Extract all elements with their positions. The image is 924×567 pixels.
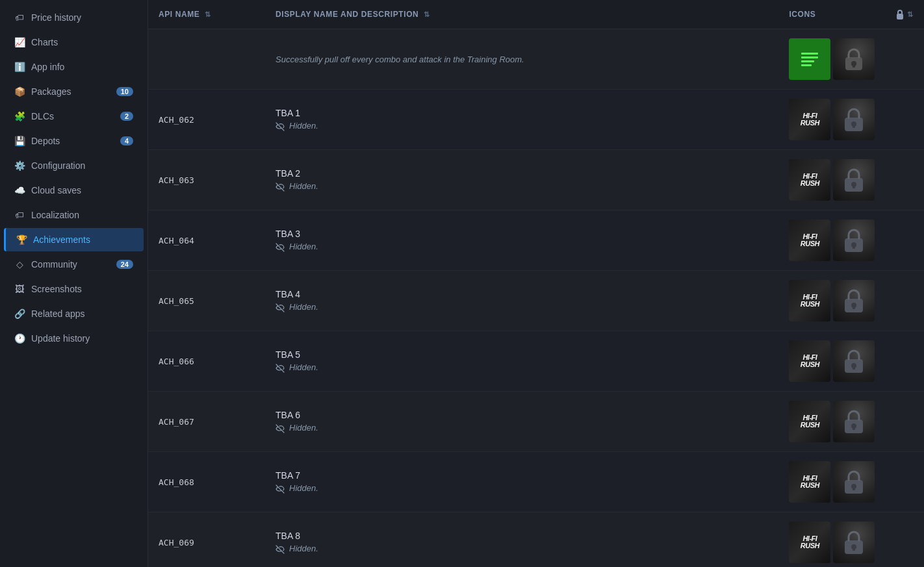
configuration-icon: ⚙️ (14, 160, 25, 171)
localization-icon: 🏷 (14, 210, 25, 220)
achievement-name: TBA 5 (276, 349, 768, 360)
achievement-desc: Hidden. (276, 483, 768, 494)
table-row: ACH_067TBA 6Hidden. HI-FI RUSH (148, 392, 924, 452)
col-header-lock[interactable]: ⇅ (885, 0, 924, 29)
cell-icons-ach_066: HI-FI RUSH (778, 331, 885, 392)
svg-rect-8 (853, 64, 855, 68)
sidebar-label-cloud-saves: Cloud saves (31, 185, 81, 195)
hidden-icon (276, 484, 287, 494)
achievements-icon: 🏆 (16, 234, 27, 245)
hidden-icon (276, 182, 287, 192)
svg-rect-26 (853, 426, 855, 430)
hidden-icon (276, 303, 287, 312)
svg-rect-3 (801, 57, 818, 58)
lock-icon-thumb (833, 461, 875, 503)
sidebar-label-app-info: App info (31, 62, 64, 72)
sidebar-item-dlcs[interactable]: 🧩DLCs2 (4, 105, 144, 128)
cell-api-ach_068: ACH_068 (148, 452, 265, 512)
svg-rect-14 (853, 184, 855, 188)
sidebar-label-packages: Packages (31, 86, 71, 97)
svg-rect-11 (853, 124, 855, 128)
cell-api-ach_069: ACH_069 (148, 512, 265, 568)
sidebar-item-charts[interactable]: 📈Charts (4, 31, 144, 54)
svg-rect-4 (801, 60, 814, 62)
achievement-icon-green (789, 38, 830, 80)
hidden-icon (276, 423, 287, 433)
sort-icon-api: ⇅ (205, 10, 211, 19)
cell-lock-ach_068 (885, 452, 924, 512)
achievement-name: TBA 8 (276, 531, 768, 541)
svg-rect-0 (897, 14, 903, 19)
hifi-rush-icon: HI-FI RUSH (789, 522, 830, 563)
achievement-icon-lock-partial (833, 38, 875, 80)
sidebar-label-localization: Localization (31, 210, 79, 220)
sidebar-item-localization[interactable]: 🏷Localization (4, 203, 144, 227)
sidebar-item-cloud-saves[interactable]: ☁️Cloud saves (4, 179, 144, 202)
sidebar-badge-depots: 4 (120, 136, 133, 145)
sidebar-item-depots[interactable]: 💾Depots4 (4, 129, 144, 153)
table-row: ACH_068TBA 7Hidden. HI-FI RUSH (148, 452, 924, 512)
cell-api-ach_065: ACH_065 (148, 271, 265, 331)
community-icon: ◇ (14, 259, 25, 270)
packages-icon: 📦 (14, 86, 25, 97)
achievement-desc: Hidden. (276, 181, 768, 192)
sidebar-item-packages[interactable]: 📦Packages10 (4, 80, 144, 103)
table-row: ACH_062TBA 1Hidden. HI-FI RUSH (148, 90, 924, 150)
cell-icons-ach_063: HI-FI RUSH (778, 150, 885, 210)
achievement-name: TBA 1 (276, 108, 768, 118)
table-row: ACH_064TBA 3Hidden. HI-FI RUSH (148, 210, 924, 271)
cell-icons-ach_067: HI-FI RUSH (778, 392, 885, 452)
achievement-desc: Hidden. (276, 423, 768, 433)
table-row: ACH_069TBA 8Hidden. HI-FI RUSH (148, 512, 924, 568)
cell-api-ach_062: ACH_062 (148, 90, 265, 150)
achievement-name: TBA 7 (276, 470, 768, 481)
hifi-rush-icon: HI-FI RUSH (789, 340, 830, 382)
table-row: ACH_066TBA 5Hidden. HI-FI RUSH (148, 331, 924, 392)
hidden-icon (276, 363, 287, 373)
sidebar-label-price-history: Price history (31, 12, 81, 23)
sidebar-item-related-apps[interactable]: 🔗Related apps (4, 302, 144, 325)
cell-lock-partial (885, 29, 924, 90)
sidebar-item-update-history[interactable]: 🕐Update history (4, 327, 144, 350)
achievement-desc: Hidden. (276, 121, 768, 131)
cell-display-ach_063: TBA 2Hidden. (265, 150, 778, 210)
lock-icon-svg (843, 47, 864, 71)
achievement-desc: Hidden. (276, 544, 768, 554)
hidden-icon (276, 544, 287, 554)
lock-column-icon (895, 9, 905, 19)
sidebar-item-screenshots[interactable]: 🖼Screenshots (4, 277, 144, 301)
sidebar-item-app-info[interactable]: ℹ️App info (4, 55, 144, 79)
hifi-rush-icon: HI-FI RUSH (789, 220, 830, 261)
achievement-desc: Hidden. (276, 302, 768, 312)
sidebar-item-community[interactable]: ◇Community24 (4, 253, 144, 276)
dlcs-icon: 🧩 (14, 111, 25, 121)
cell-icons-ach_068: HI-FI RUSH (778, 452, 885, 512)
cell-api-ach_066: ACH_066 (148, 331, 265, 392)
hifi-rush-icon: HI-FI RUSH (789, 401, 830, 442)
hifi-rush-icon: HI-FI RUSH (789, 99, 830, 140)
cell-display-ach_066: TBA 5Hidden. (265, 331, 778, 392)
sidebar-badge-packages: 10 (116, 87, 133, 96)
price-history-icon: 🏷 (14, 12, 25, 23)
svg-rect-29 (853, 486, 855, 490)
sidebar-item-achievements[interactable]: 🏆Achievements (4, 228, 144, 251)
achievements-table-wrapper: API NAME ⇅ DISPLAY NAME AND DESCRIPTION … (148, 0, 924, 567)
lock-icon-thumb (833, 280, 875, 321)
cell-api-ach_064: ACH_064 (148, 210, 265, 271)
hifi-rush-icon: HI-FI RUSH (789, 280, 830, 321)
lock-icon-thumb (833, 340, 875, 382)
svg-rect-23 (853, 366, 855, 370)
sidebar-item-price-history[interactable]: 🏷Price history (4, 6, 144, 29)
hifi-rush-icon: HI-FI RUSH (789, 159, 830, 201)
cell-display-ach_069: TBA 8Hidden. (265, 512, 778, 568)
col-header-api[interactable]: API NAME ⇅ (148, 0, 265, 29)
related-apps-icon: 🔗 (14, 309, 25, 319)
col-header-icons: ICONS (778, 0, 885, 29)
cell-icons-partial (778, 29, 885, 90)
achievement-name: TBA 6 (276, 410, 768, 420)
cell-api-ach_063: ACH_063 (148, 150, 265, 210)
achievement-desc: Hidden. (276, 362, 768, 373)
col-header-display[interactable]: DISPLAY NAME AND DESCRIPTION ⇅ (265, 0, 778, 29)
cell-lock-ach_066 (885, 331, 924, 392)
sidebar-item-configuration[interactable]: ⚙️Configuration (4, 154, 144, 177)
